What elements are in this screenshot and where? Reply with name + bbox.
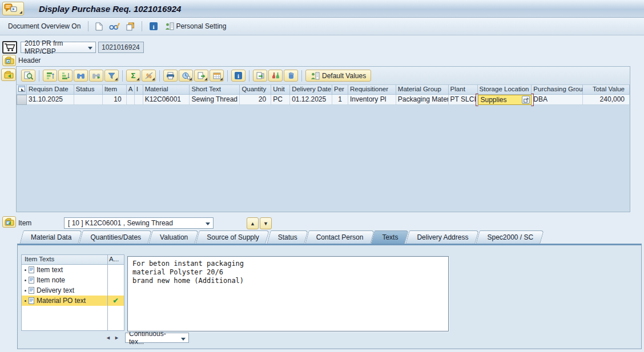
column-header-per[interactable]: Per xyxy=(332,85,348,95)
column-header-total-value[interactable]: Total Value xyxy=(583,85,630,95)
item-collapse-button[interactable] xyxy=(2,216,16,228)
scroll-left-icon[interactable]: ◄ xyxy=(104,334,112,342)
item-section-label: Item xyxy=(18,219,31,227)
text-format-dropdown[interactable]: Continuous-tex... xyxy=(125,333,189,343)
copy-icon[interactable] xyxy=(124,21,136,32)
list-item-material-po-text[interactable]: Material PO text ✔ xyxy=(22,296,124,306)
column-header-status[interactable]: Status xyxy=(74,85,103,95)
list-item-item-note[interactable]: Item note xyxy=(22,275,124,285)
check-status-icon[interactable] xyxy=(268,70,283,82)
text-format-value: Continuous-tex... xyxy=(129,330,178,346)
column-header-storage-location[interactable]: Storage Location xyxy=(478,85,532,95)
tab-quantities-dates[interactable]: Quantities/Dates xyxy=(79,230,148,244)
column-header-requisitioner[interactable]: Requisitioner xyxy=(348,85,396,95)
information-icon[interactable]: i xyxy=(231,70,245,82)
cell-short-text[interactable]: Sewing Thread xyxy=(190,95,240,105)
requisition-number-field[interactable]: 1021016924 xyxy=(98,42,144,53)
column-header-plant[interactable]: Plant xyxy=(449,85,478,95)
text-editor[interactable]: For beton instant packaging material Pol… xyxy=(127,256,449,331)
cell-requisn-date[interactable]: 31.10.2025 xyxy=(27,95,74,105)
cell-material[interactable]: K12C06001 xyxy=(143,95,190,105)
tab-source-of-supply[interactable]: Source of Supply xyxy=(195,230,265,244)
list-item-delivery-text[interactable]: Delivery text xyxy=(22,285,124,296)
editor-line: For beton instant packaging xyxy=(132,260,444,268)
tab-contact-person[interactable]: Contact Person xyxy=(305,230,371,244)
column-header-quantity[interactable]: Quantity xyxy=(240,85,271,95)
grid-collapse-button[interactable] xyxy=(1,68,16,81)
toolbar-separator xyxy=(249,70,249,82)
cell-a[interactable] xyxy=(127,95,135,105)
default-values-button[interactable]: Default Values xyxy=(305,70,371,82)
cell-delivery-date[interactable]: 01.12.2025 xyxy=(290,95,332,105)
find-icon[interactable] xyxy=(74,70,88,82)
export-icon[interactable] xyxy=(194,70,208,82)
interaction-menu-button[interactable] xyxy=(2,2,24,15)
column-header-short-text[interactable]: Short Text xyxy=(190,85,240,95)
document-overview-button[interactable]: Document Overview On xyxy=(6,21,83,32)
tab-spec2000-sc[interactable]: Spec2000 / SC xyxy=(476,230,540,244)
hold-icon[interactable] xyxy=(284,70,298,82)
row-selector-cell[interactable] xyxy=(17,95,27,105)
up-arrow-icon: ▲ xyxy=(250,221,255,226)
tab-valuation[interactable]: Valuation xyxy=(148,230,195,244)
column-header-delivery-date[interactable]: Delivery Date xyxy=(290,85,332,95)
list-item-label: Delivery text xyxy=(37,286,74,294)
cell-unit[interactable]: PC xyxy=(271,95,290,105)
column-header-material-group[interactable]: Material Group xyxy=(396,85,449,95)
folder-icon xyxy=(5,56,14,64)
cell-plant[interactable]: PT SLCI xyxy=(449,95,478,105)
column-header-i[interactable]: I xyxy=(135,85,143,95)
tab-status[interactable]: Status xyxy=(267,230,304,244)
cell-storage-location[interactable]: Supplies xyxy=(478,95,532,105)
items-grid: Σ % xyxy=(16,66,630,212)
header-collapse-button[interactable] xyxy=(2,55,16,66)
details-icon[interactable] xyxy=(21,70,35,82)
toolbar-separator xyxy=(159,70,160,82)
select-all-cell[interactable] xyxy=(17,85,27,95)
column-header-unit[interactable]: Unit xyxy=(271,85,290,95)
dropdown-arrow-icon xyxy=(206,222,210,225)
svg-text:i: i xyxy=(153,23,155,30)
tab-delivery-address[interactable]: Delivery Address xyxy=(405,230,475,244)
page-title: Display Purchase Req. 1021016924 xyxy=(39,4,181,14)
next-item-button[interactable]: ▼ xyxy=(260,217,272,229)
create-document-icon[interactable] xyxy=(94,21,104,32)
layout-icon[interactable] xyxy=(210,70,224,82)
cell-quantity[interactable]: 20 xyxy=(240,95,271,105)
total-icon[interactable]: Σ xyxy=(126,70,140,82)
cell-total-value[interactable]: 240,000 xyxy=(583,95,630,105)
item-selector-dropdown[interactable]: [ 10 ] K12C06001 , Sewing Thread xyxy=(64,217,214,229)
information-icon[interactable]: i xyxy=(147,21,160,32)
previous-item-button[interactable]: ▲ xyxy=(247,217,259,229)
list-item-item-text[interactable]: Item text xyxy=(22,265,124,275)
personal-setting-button[interactable]: Personal Setting xyxy=(163,21,228,32)
document-type-dropdown[interactable]: 2010 PR frm MRP/CBP xyxy=(21,42,96,53)
cell-item[interactable]: 10 xyxy=(103,95,127,105)
shopping-cart-icon[interactable] xyxy=(2,41,17,54)
views-icon[interactable] xyxy=(179,70,193,82)
set-filter-icon[interactable] xyxy=(104,70,119,82)
matchcode-button[interactable] xyxy=(522,96,530,104)
tab-texts[interactable]: Texts xyxy=(371,230,405,244)
subtotal-icon[interactable]: % xyxy=(142,70,156,82)
sort-descending-icon[interactable] xyxy=(58,70,73,82)
print-icon[interactable] xyxy=(163,70,178,82)
item-detail-tabstrip: Material Data Quantities/Dates Valuation… xyxy=(19,230,541,244)
column-header-requisn-date[interactable]: Requisn Date xyxy=(27,85,74,95)
cell-purchasing-group[interactable]: DBA xyxy=(532,95,583,105)
cell-per[interactable]: 1 xyxy=(332,95,348,105)
sort-ascending-icon[interactable] xyxy=(43,70,57,82)
cell-status[interactable] xyxy=(74,95,103,105)
column-header-a[interactable]: A xyxy=(127,85,135,95)
column-header-purchasing-group[interactable]: Purchasing Group xyxy=(532,85,583,95)
column-header-item[interactable]: Item xyxy=(103,85,127,95)
cell-requisitioner[interactable]: Inventory Pl xyxy=(348,95,396,105)
find-next-icon[interactable] xyxy=(89,70,103,82)
display-change-icon[interactable] xyxy=(107,21,122,31)
tab-material-data[interactable]: Material Data xyxy=(19,230,78,244)
copy-items-icon[interactable] xyxy=(253,70,267,82)
column-header-material[interactable]: Material xyxy=(143,85,190,95)
scroll-right-icon[interactable]: ► xyxy=(113,334,120,342)
cell-material-group[interactable]: Packaging Material xyxy=(396,95,449,105)
cell-i[interactable] xyxy=(135,95,143,105)
